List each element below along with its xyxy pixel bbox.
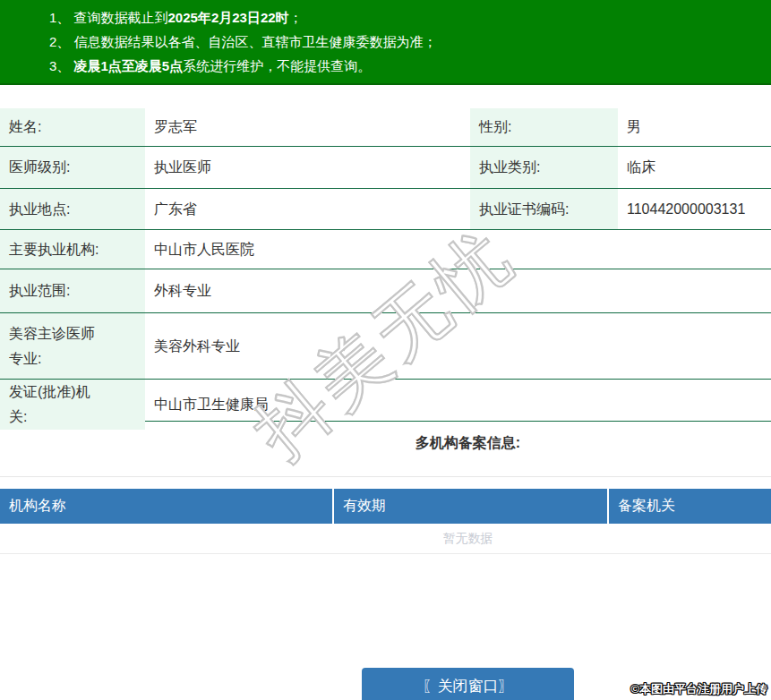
notice-text: ； [289, 10, 303, 25]
field-label: 执业证书编码: [470, 189, 618, 229]
doctor-profile-table: 姓名:罗志军性别:男医师级别:执业医师执业类别:临床执业地点:广东省执业证书编码… [0, 108, 771, 422]
column-header: 机构名称 [0, 489, 332, 524]
profile-row: 医师级别:执业医师执业类别:临床 [0, 147, 771, 189]
empty-state-text: 暂无数据 [0, 524, 771, 554]
field-label: 姓名: [0, 108, 145, 146]
notice-text: 2、 信息数据结果以各省、自治区、直辖市卫生健康委数据为准； [49, 34, 437, 49]
notice-text: 1、 查询数据截止到 [49, 10, 168, 25]
uploader-watermark: ©本图由平台注册用户上传 [630, 681, 767, 697]
query-result-window: 1、 查询数据截止到2025年2月23日22时；2、 信息数据结果以各省、自治区… [0, 0, 771, 700]
field-label: 性别: [470, 108, 618, 146]
field-label: 发证(批准)机关: [0, 380, 145, 430]
notice-text: 2025年2月23日22时 [168, 10, 289, 25]
notice-item: 3、 凌晨1点至凌晨5点系统进行维护，不能提供查询。 [49, 54, 771, 78]
notice-item: 2、 信息数据结果以各省、自治区、直辖市卫生健康委数据为准； [49, 30, 771, 54]
profile-row: 主要执业机构:中山市人民医院 [0, 230, 771, 269]
profile-row: 执业范围:外科专业 [0, 269, 771, 313]
profile-row: 执业地点:广东省执业证书编码:110442000003131 [0, 189, 771, 230]
close-window-button[interactable]: 〖关闭窗口〗 [362, 668, 574, 700]
page: 1、 查询数据截止到2025年2月23日22时；2、 信息数据结果以各省、自治区… [0, 0, 771, 700]
field-value: 男 [618, 108, 771, 146]
field-value: 中山市人民医院 [145, 230, 771, 269]
field-label: 执业类别: [470, 147, 618, 188]
notice-text: 系统进行维护，不能提供查询。 [183, 58, 371, 73]
profile-row: 姓名:罗志军性别:男 [0, 108, 771, 147]
multi-institution-section-title: 多机构备案信息: [0, 422, 771, 477]
field-value: 临床 [618, 147, 771, 188]
field-value: 外科专业 [145, 269, 771, 312]
field-label: 执业范围: [0, 269, 145, 312]
column-header: 备案机关 [607, 489, 771, 524]
profile-row: 发证(批准)机关:中山市卫生健康局 [0, 380, 771, 422]
profile-row: 美容主诊医师专业:美容外科专业 [0, 313, 771, 380]
records-table-header: 机构名称有效期备案机关 [0, 489, 771, 524]
column-header: 有效期 [332, 489, 607, 524]
field-label: 美容主诊医师专业: [0, 313, 145, 379]
notice-text: 凌晨1点至凌晨5点 [74, 58, 184, 73]
field-value: 广东省 [145, 189, 470, 229]
field-label: 执业地点: [0, 189, 145, 229]
notice-item: 1、 查询数据截止到2025年2月23日22时； [49, 5, 771, 30]
field-label: 主要执业机构: [0, 230, 145, 269]
notice-text: 3、 [49, 58, 74, 73]
field-value: 110442000003131 [618, 189, 771, 229]
field-value: 执业医师 [145, 147, 470, 188]
notice-banner: 1、 查询数据截止到2025年2月23日22时；2、 信息数据结果以各省、自治区… [0, 0, 771, 85]
field-value: 中山市卫生健康局 [145, 380, 771, 430]
field-label: 医师级别: [0, 147, 145, 188]
field-value: 罗志军 [145, 108, 470, 146]
field-value: 美容外科专业 [145, 313, 771, 379]
